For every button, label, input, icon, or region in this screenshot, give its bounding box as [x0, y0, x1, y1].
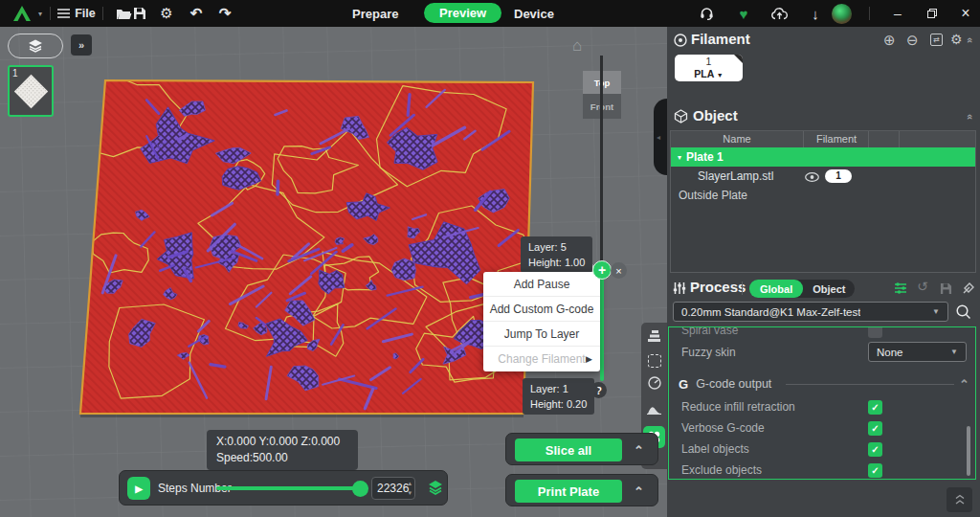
spinner-arrows[interactable]: ▴▾ — [408, 479, 412, 498]
column-divider — [803, 131, 804, 147]
gear-icon: ⚙ — [160, 5, 172, 22]
line-type-button[interactable] — [647, 329, 661, 347]
setting-row-fuzzy-skin[interactable]: Fuzzy skin None ▼ — [669, 341, 975, 364]
upper-layer-tooltip: Layer: 5 Height: 1.00 — [521, 236, 592, 273]
plate-thumbnail[interactable]: 1 — [8, 65, 54, 117]
spiral-vase-label: Spiral vase — [681, 326, 738, 337]
flow-button[interactable] — [646, 401, 662, 418]
visibility-eye-icon[interactable] — [805, 171, 819, 185]
restore-icon — [927, 9, 937, 18]
gcode-output-group-header[interactable]: G G-code output ⌃ — [669, 373, 975, 394]
scope-global-tab[interactable]: Global — [749, 280, 803, 298]
setting-row-spiral-vase[interactable]: Spiral vase — [669, 326, 975, 341]
pattern-button[interactable] — [648, 354, 661, 368]
support-button[interactable] — [694, 0, 719, 27]
save-preset-icon[interactable] — [940, 281, 952, 299]
slice-all-button[interactable]: Slice all — [515, 438, 622, 461]
file-menu[interactable]: File — [56, 0, 98, 27]
speed-button[interactable] — [647, 375, 662, 393]
setting-row-toggle[interactable]: Label objects ✓ — [669, 438, 975, 460]
menu-item-add-custom-gcode[interactable]: Add Custom G-code — [483, 297, 600, 322]
panel-collapse-tab[interactable]: ◂ — [654, 99, 667, 175]
exclude-objects-checkbox[interactable]: ✓ — [868, 463, 882, 478]
tab-prepare[interactable]: Prepare — [352, 0, 398, 27]
filament-collapse-icon[interactable]: « — [965, 37, 976, 43]
steps-slider-knob[interactable] — [352, 481, 368, 497]
setting-row-toggle[interactable]: Reduce infill retraction ✓ — [669, 396, 975, 417]
layers-view-button[interactable] — [8, 34, 63, 58]
download-button[interactable]: ↓ — [803, 0, 828, 27]
steps-spinner[interactable]: 22326 ▴▾ — [371, 477, 415, 500]
compare-preset-icon[interactable] — [962, 281, 976, 299]
setting-row-toggle[interactable]: Verbose G-code ✓ — [669, 417, 975, 438]
save-button[interactable] — [127, 0, 152, 27]
layer-slider-range[interactable] — [600, 278, 604, 381]
layer-slider-close-button[interactable]: × — [611, 262, 627, 279]
search-preset-button[interactable] — [955, 303, 971, 324]
lower-layer-tooltip: Layer: 1 Height: 0.20 — [523, 378, 594, 415]
setting-row-toggle[interactable]: Exclude objects ✓ — [669, 460, 975, 480]
user-avatar[interactable] — [829, 0, 854, 27]
layers-mode-button[interactable] — [426, 478, 445, 501]
tune-settings-icon[interactable] — [894, 281, 907, 299]
settings-button[interactable]: ⚙ — [154, 0, 179, 27]
layer-slider-add-button[interactable]: + — [592, 260, 612, 280]
logo-dropdown-chevron-icon[interactable]: ▾ — [35, 0, 45, 27]
spiral-vase-checkbox[interactable] — [868, 326, 882, 338]
table-row-model[interactable]: SlayerLamp.stl 1 — [671, 167, 975, 186]
tab-device[interactable]: Device — [514, 0, 554, 27]
3d-viewport[interactable]: » 1 ⌂ Top Front + × ? Layer: 5 Height: 1… — [0, 27, 667, 517]
menu-item-add-pause[interactable]: Add Pause — [483, 272, 600, 297]
print-dropdown-chevron-icon[interactable]: ⌃ — [634, 487, 644, 497]
fuzzy-skin-dropdown[interactable]: None ▼ — [868, 342, 967, 362]
favorites-button[interactable]: ♥ — [731, 0, 756, 27]
filament-badge[interactable]: 1 — [825, 169, 852, 183]
tab-preview[interactable]: Preview — [424, 3, 501, 23]
reduce-infill-retraction-checkbox[interactable]: ✓ — [868, 400, 882, 415]
slice-dropdown-chevron-icon[interactable]: ⌃ — [634, 446, 644, 456]
filament-slot-card[interactable]: 1 PLA ▼ — [675, 55, 743, 81]
material-label: PLA — [694, 68, 714, 79]
label-objects-checkbox[interactable]: ✓ — [868, 442, 882, 457]
menu-item-jump-to-layer[interactable]: Jump To Layer — [483, 322, 600, 347]
process-settings-list: Spiral vase Fuzzy skin None ▼ G G-code o… — [668, 326, 976, 480]
expand-plate-list-button[interactable]: » — [71, 34, 92, 56]
preset-dropdown[interactable]: 0.20mm Standard@K1 Max-Zelf-test ▼ — [673, 302, 948, 322]
position-speed: Speed:500.00 — [216, 450, 348, 466]
verbose-gcode-checkbox[interactable]: ✓ — [868, 421, 882, 436]
print-plate-button[interactable]: Print Plate — [515, 480, 622, 503]
home-view-icon[interactable]: ⌂ — [572, 36, 582, 56]
group-collapse-chevron-icon[interactable]: ⌃ — [959, 380, 969, 390]
row-expand-icon[interactable]: ▾ — [678, 153, 681, 162]
steps-bar: ▶ Steps Number 22326 ▴▾ — [119, 470, 448, 506]
redo-button[interactable]: ↷ — [212, 0, 237, 27]
close-button[interactable]: × — [953, 0, 978, 27]
add-filament-icon[interactable]: ⊕ — [883, 32, 896, 49]
table-row-plate[interactable]: ▾ Plate 1 — [671, 147, 975, 167]
filament-slot-number: 1 — [675, 56, 743, 68]
layer-slider-track[interactable] — [600, 56, 603, 261]
steps-slider-track[interactable] — [216, 486, 362, 490]
object-collapse-icon[interactable]: « — [965, 114, 976, 120]
scope-object-tab[interactable]: Object — [803, 283, 855, 295]
remove-filament-icon[interactable]: ⊖ — [906, 32, 919, 49]
spinner-up-icon[interactable]: ▴ — [408, 479, 412, 488]
minimize-button[interactable]: – — [885, 0, 910, 27]
maximize-button[interactable] — [920, 0, 945, 27]
material-dropdown-icon: ▼ — [717, 72, 724, 79]
panel-bottom-collapse-button[interactable] — [947, 487, 972, 512]
undo-button[interactable]: ↶ — [184, 0, 209, 27]
process-section-title: Process — [690, 279, 746, 295]
reset-process-icon[interactable]: ↺ — [917, 279, 928, 294]
table-row-outside-plate[interactable]: Outside Plate — [671, 186, 975, 205]
scrollbar[interactable] — [967, 426, 970, 476]
spinner-down-icon[interactable]: ▾ — [408, 488, 412, 498]
sync-filament-icon[interactable]: ⇄ — [930, 34, 943, 46]
filament-settings-gear-icon[interactable]: ⚙ — [950, 32, 963, 47]
process-sliders-icon — [673, 281, 686, 299]
app-logo[interactable] — [10, 0, 34, 27]
cloud-upload-button[interactable] — [767, 0, 791, 27]
menu-item-change-filament[interactable]: Change Filament ▶ — [483, 347, 600, 371]
play-button[interactable]: ▶ — [127, 477, 150, 500]
upper-layer-height: Height: 1.00 — [528, 255, 585, 270]
